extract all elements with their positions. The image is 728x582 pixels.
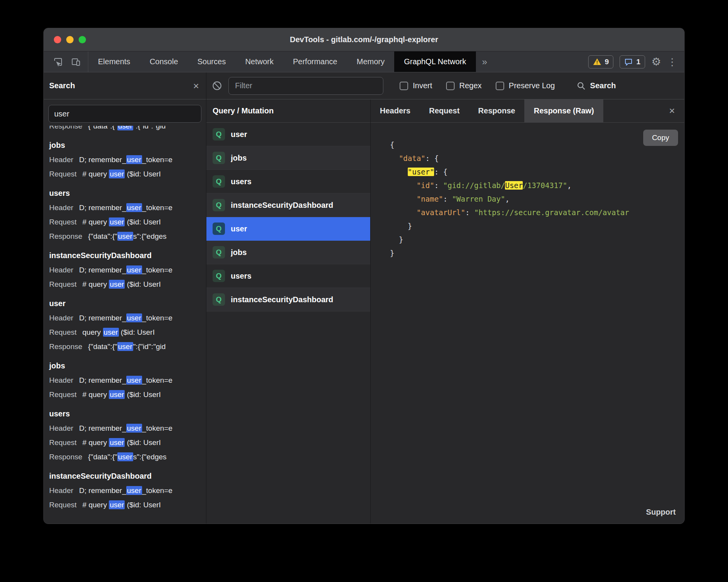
minimize-window-button[interactable]: [66, 36, 74, 43]
search-result-line[interactable]: Response{"data":{"users":{"edges: [49, 450, 202, 464]
query-list-item-user[interactable]: Quser: [206, 217, 370, 241]
zoom-window-button[interactable]: [79, 36, 86, 43]
search-match-highlight: "user": [408, 168, 434, 176]
result-line-content: D; remember_user_token=e: [79, 373, 172, 387]
search-result-line[interactable]: HeaderD; remember_user_token=e: [49, 152, 202, 167]
inspect-element-icon[interactable]: [53, 57, 63, 67]
search-result-line[interactable]: Response{"data":{"user":{"id":"gid: [49, 126, 202, 133]
settings-gear-icon[interactable]: ⚙: [651, 56, 661, 67]
issues-badge[interactable]: 1: [620, 55, 645, 68]
json-line: {: [390, 138, 677, 152]
result-line-content: {"data":{"user":{"id":"gid: [88, 126, 166, 133]
search-result-line[interactable]: Response{"data":{"user":{"id":"gid: [49, 339, 202, 354]
header-label: Header: [49, 421, 73, 435]
response-tab-request[interactable]: Request: [420, 99, 469, 122]
toolbar-left-icons: [44, 51, 88, 72]
filter-input[interactable]: [228, 77, 383, 95]
search-result-title[interactable]: instanceSecurityDashboard: [49, 469, 202, 483]
search-result-line[interactable]: HeaderD; remember_user_token=e: [49, 311, 202, 325]
response-tab-headers[interactable]: Headers: [371, 99, 420, 122]
text-segment: ($id: UserI: [125, 438, 161, 447]
result-line-content: # query user ($id: UserI: [82, 498, 161, 512]
toolbar-tab-console[interactable]: Console: [140, 51, 187, 72]
result-line-content: D; remember_user_token=e: [79, 421, 172, 435]
text-segment: s":{"edges: [133, 453, 167, 461]
search-result-title[interactable]: users: [49, 407, 202, 421]
query-list-item-instancesecuritydashboard[interactable]: QinstanceSecurityDashboard: [206, 193, 370, 217]
query-list-item-jobs[interactable]: Qjobs: [206, 241, 370, 264]
json-token: [390, 168, 408, 176]
result-line-content: D; remember_user_token=e: [79, 200, 172, 215]
request-label: Request: [49, 435, 77, 450]
checkbox-box-regex[interactable]: [446, 82, 455, 90]
search-result-title[interactable]: user: [49, 296, 202, 311]
search-result-line[interactable]: HeaderD; remember_user_token=e: [49, 421, 202, 435]
toolbar-tab-performance[interactable]: Performance: [283, 51, 347, 72]
support-link[interactable]: Support: [646, 508, 676, 517]
checkbox-preserve-log[interactable]: Preserve Log: [496, 81, 555, 90]
search-toggle[interactable]: Search: [577, 81, 616, 91]
titlebar[interactable]: DevTools - gitlab.com/-/graphql-explorer: [44, 28, 684, 51]
close-detail-icon[interactable]: ×: [660, 99, 684, 122]
checkbox-invert[interactable]: Invert: [400, 81, 432, 90]
search-result-line[interactable]: Request# query user ($id: UserI: [49, 387, 202, 402]
toolbar-tab-memory[interactable]: Memory: [347, 51, 394, 72]
query-list-item-jobs[interactable]: Qjobs: [206, 146, 370, 170]
match-highlight: user: [109, 217, 125, 226]
search-result-line[interactable]: HeaderD; remember_user_token=e: [49, 373, 202, 387]
text-segment: _token=e: [142, 376, 173, 384]
query-item-label: users: [231, 177, 251, 186]
query-list-item-users[interactable]: Qusers: [206, 170, 370, 193]
errors-warnings-badge[interactable]: 9: [588, 55, 614, 68]
search-result-line[interactable]: Request# query user ($id: UserI: [49, 215, 202, 229]
response-tab-response[interactable]: Response: [469, 99, 525, 122]
text-segment: # query: [82, 390, 109, 399]
json-line: "id": "gid://gitlab/User/13704317",: [390, 179, 677, 192]
query-list-item-users[interactable]: Qusers: [206, 264, 370, 288]
search-result-title[interactable]: users: [49, 186, 202, 200]
checkbox-box-preserve-log[interactable]: [496, 82, 504, 90]
search-result-line[interactable]: Response{"data":{"users":{"edges: [49, 229, 202, 243]
warning-icon: [593, 58, 601, 65]
search-result-line[interactable]: Request# query user ($id: UserI: [49, 277, 202, 291]
header-label: Header: [49, 311, 73, 325]
toolbar-tab-network[interactable]: Network: [235, 51, 283, 72]
kebab-menu-icon[interactable]: ⋮: [667, 57, 677, 67]
close-search-panel-icon[interactable]: ×: [193, 81, 199, 91]
result-line-content: D; remember_user_token=e: [79, 263, 172, 277]
checkbox-regex[interactable]: Regex: [446, 81, 482, 90]
json-token: [390, 195, 417, 203]
result-line-content: {"data":{"user":{"id":"gid: [88, 339, 166, 354]
search-result-line[interactable]: HeaderD; remember_user_token=e: [49, 263, 202, 277]
more-panels-button[interactable]: »: [476, 51, 493, 72]
query-item-label: jobs: [231, 154, 247, 163]
header-label: Header: [49, 483, 73, 498]
toolbar-tab-elements[interactable]: Elements: [88, 51, 140, 72]
query-list-item-user[interactable]: Quser: [206, 123, 370, 146]
search-result-line[interactable]: Requestquery user ($id: UserI: [49, 325, 202, 339]
search-input[interactable]: [48, 105, 201, 123]
response-tab-response-raw[interactable]: Response (Raw): [524, 99, 603, 122]
query-list-item-instancesecuritydashboard[interactable]: QinstanceSecurityDashboard: [206, 288, 370, 312]
search-result-line[interactable]: HeaderD; remember_user_token=e: [49, 200, 202, 215]
text-segment: {"data":{": [88, 453, 117, 461]
search-result-line[interactable]: Request# query user ($id: UserI: [49, 435, 202, 450]
checkbox-box-invert[interactable]: [400, 82, 408, 90]
copy-button[interactable]: Copy: [643, 130, 678, 146]
toolbar-tab-sources[interactable]: Sources: [188, 51, 235, 72]
search-result-line[interactable]: Request# query user ($id: UserI: [49, 167, 202, 181]
close-window-button[interactable]: [54, 36, 61, 43]
text-segment: D; remember_: [79, 376, 126, 384]
search-result-line[interactable]: Request# query user ($id: UserI: [49, 498, 202, 512]
search-result-title[interactable]: instanceSecurityDashboard: [49, 248, 202, 263]
search-result-title[interactable]: jobs: [49, 138, 202, 152]
text-segment: {"data":{": [88, 126, 117, 130]
search-result-title[interactable]: jobs: [49, 359, 202, 373]
json-viewer: { "data": { "user": { "id": "gid://gitla…: [390, 138, 677, 260]
search-result-line[interactable]: HeaderD; remember_user_token=e: [49, 483, 202, 498]
query-type-badge: Q: [213, 175, 225, 188]
match-highlight: user: [117, 342, 133, 351]
toolbar-tab-graphql-network[interactable]: GraphQL Network: [394, 51, 476, 72]
device-toolbar-icon[interactable]: [71, 57, 81, 67]
clear-log-icon[interactable]: [212, 80, 222, 91]
